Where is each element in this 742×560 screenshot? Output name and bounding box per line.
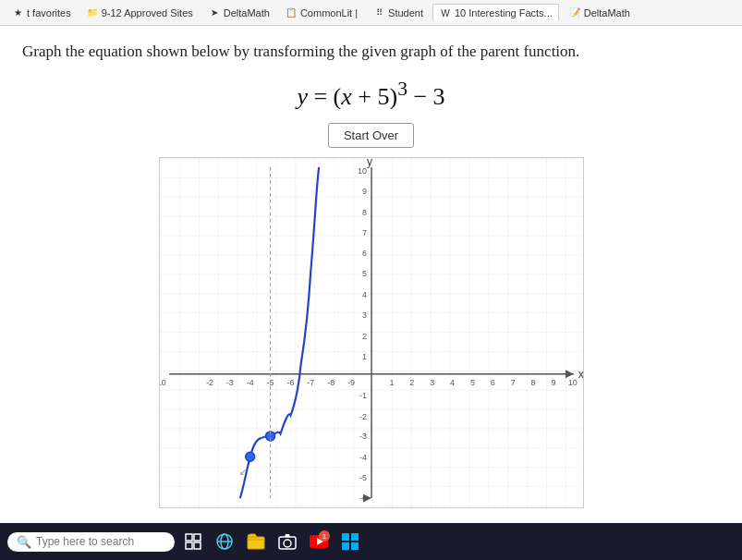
star-icon: ★ [11,6,24,19]
svg-rect-37 [186,534,192,541]
svg-text:9: 9 [362,187,367,196]
svg-rect-52 [351,542,359,550]
svg-text:2: 2 [409,378,414,387]
svg-rect-44 [248,537,264,549]
svg-text:7: 7 [510,378,515,387]
svg-text:-1: -1 [359,391,367,400]
svg-rect-38 [194,534,201,541]
svg-text:4: 4 [450,378,455,387]
svg-text:1: 1 [362,352,367,361]
svg-text:-2: -2 [205,378,213,387]
problem-instruction: Graph the equation shown below by transf… [22,41,720,63]
taskbar-commonlit[interactable]: 📋 CommonLit | [279,5,363,21]
equation-display: y = (x + 5)3 − 3 [22,78,720,111]
grid-icon: ⠿ [372,6,385,19]
lower-point[interactable] [245,453,254,462]
svg-text:-3: -3 [359,432,367,442]
bottom-taskbar: 🔍 1 [0,523,742,560]
y-axis-label: y [367,157,372,168]
svg-text:9: 9 [551,378,555,387]
svg-text:-7: -7 [307,378,314,387]
top-taskbar: ★ t favorites 📁 9-12 Approved Sites ➤ De… [0,0,742,26]
search-box[interactable]: 🔍 [7,532,175,552]
taskview-icon[interactable] [180,529,206,554]
start-over-button[interactable]: Start Over [328,123,414,148]
file-explorer-icon[interactable] [243,529,269,554]
deltamath-icon: 📝 [568,6,581,19]
taskbar-interesting-facts[interactable]: W 10 Interesting Facts... [432,4,559,21]
wordpress-icon: W [439,6,452,19]
svg-text:8: 8 [362,208,367,217]
search-input[interactable] [36,535,165,548]
svg-text:-4: -4 [359,454,367,463]
svg-text:4: 4 [362,291,367,300]
cursor-hint: ↙ [238,468,246,478]
taskbar-deltamath-1[interactable]: ➤ DeltaMath [202,5,275,21]
svg-text:10: 10 [567,378,577,387]
x-axis-label: x [578,368,583,381]
svg-text:-10: -10 [159,378,166,387]
commonlit-icon: 📋 [285,6,298,19]
svg-text:3: 3 [362,311,367,321]
taskbar-student[interactable]: ⠿ Student [367,5,429,21]
svg-text:-8: -8 [327,378,335,387]
svg-text:7: 7 [362,228,367,237]
svg-text:10: 10 [358,166,367,176]
taskbar-favorites[interactable]: ★ t favorites [6,5,77,21]
svg-text:-6: -6 [359,493,367,503]
graph-container: x y -10 -9 -8 -7 -6 -5 -4 -3 -2 1 2 3 4 … [22,157,720,508]
svg-text:-6: -6 [286,378,294,387]
svg-text:5: 5 [362,270,367,279]
svg-rect-49 [342,533,349,541]
svg-text:-3: -3 [225,378,233,387]
svg-rect-50 [351,533,359,541]
taskbar-approved-sites[interactable]: 📁 9-12 Approved Sites [80,5,199,21]
folder-icon: 📁 [86,6,99,19]
svg-text:5: 5 [469,378,474,387]
main-content: Graph the equation shown below by transf… [0,26,742,523]
svg-text:6: 6 [490,378,494,387]
svg-rect-39 [186,542,192,549]
svg-rect-51 [342,542,349,550]
svg-text:-9: -9 [347,378,355,387]
browser-icon[interactable] [212,529,237,554]
svg-point-46 [284,540,291,547]
svg-text:-5: -5 [359,474,367,483]
svg-rect-40 [194,542,201,549]
arrow-icon: ➤ [208,6,221,19]
camera-icon[interactable] [274,529,300,554]
svg-text:-4: -4 [246,378,253,387]
svg-text:2: 2 [362,332,367,341]
graph-svg[interactable]: x y -10 -9 -8 -7 -6 -5 -4 -3 -2 1 2 3 4 … [159,157,584,508]
svg-text:6: 6 [362,250,367,259]
svg-text:3: 3 [430,378,434,387]
windows-icon[interactable] [337,529,363,554]
svg-text:1: 1 [389,378,394,387]
youtube-icon[interactable]: 1 [306,529,332,554]
notification-count: 1 [319,530,330,542]
search-icon: 🔍 [17,535,31,549]
taskbar-deltamath-2[interactable]: 📝 DeltaMath [563,5,636,21]
svg-text:8: 8 [530,378,535,387]
svg-text:-2: -2 [359,412,367,421]
